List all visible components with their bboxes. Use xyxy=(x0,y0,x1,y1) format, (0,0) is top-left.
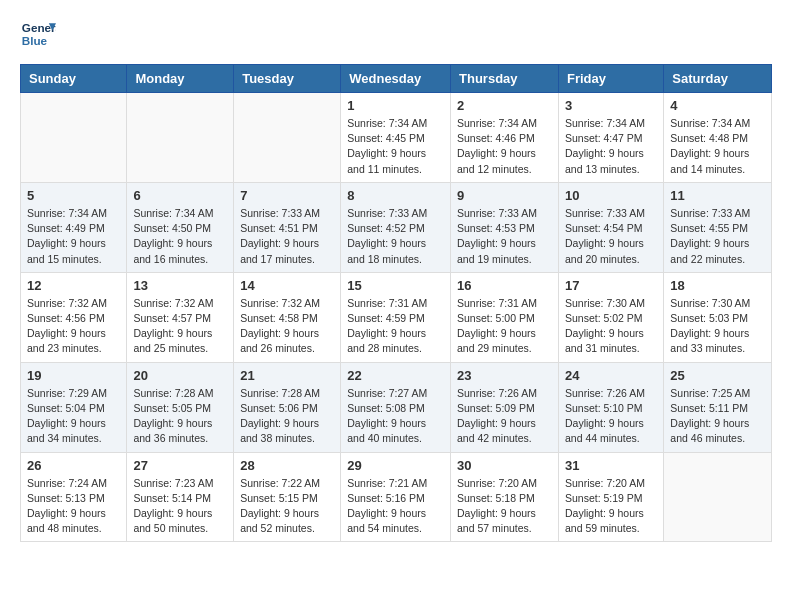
weekday-header-sunday: Sunday xyxy=(21,65,127,93)
calendar-cell: 19Sunrise: 7:29 AMSunset: 5:04 PMDayligh… xyxy=(21,362,127,452)
day-number: 12 xyxy=(27,278,120,293)
calendar-cell: 26Sunrise: 7:24 AMSunset: 5:13 PMDayligh… xyxy=(21,452,127,542)
day-number: 31 xyxy=(565,458,657,473)
calendar-cell: 13Sunrise: 7:32 AMSunset: 4:57 PMDayligh… xyxy=(127,272,234,362)
week-row-2: 5Sunrise: 7:34 AMSunset: 4:49 PMDaylight… xyxy=(21,182,772,272)
logo-icon: General Blue xyxy=(20,16,56,52)
day-info: Sunrise: 7:30 AMSunset: 5:03 PMDaylight:… xyxy=(670,296,765,357)
day-number: 5 xyxy=(27,188,120,203)
day-info: Sunrise: 7:25 AMSunset: 5:11 PMDaylight:… xyxy=(670,386,765,447)
day-number: 25 xyxy=(670,368,765,383)
calendar-cell: 11Sunrise: 7:33 AMSunset: 4:55 PMDayligh… xyxy=(664,182,772,272)
day-number: 1 xyxy=(347,98,444,113)
day-number: 30 xyxy=(457,458,552,473)
calendar-cell: 18Sunrise: 7:30 AMSunset: 5:03 PMDayligh… xyxy=(664,272,772,362)
calendar-cell: 29Sunrise: 7:21 AMSunset: 5:16 PMDayligh… xyxy=(341,452,451,542)
svg-text:Blue: Blue xyxy=(22,34,48,47)
weekday-header-tuesday: Tuesday xyxy=(234,65,341,93)
day-info: Sunrise: 7:29 AMSunset: 5:04 PMDaylight:… xyxy=(27,386,120,447)
calendar-cell: 16Sunrise: 7:31 AMSunset: 5:00 PMDayligh… xyxy=(451,272,559,362)
day-info: Sunrise: 7:34 AMSunset: 4:46 PMDaylight:… xyxy=(457,116,552,177)
calendar-cell: 1Sunrise: 7:34 AMSunset: 4:45 PMDaylight… xyxy=(341,93,451,183)
weekday-header-saturday: Saturday xyxy=(664,65,772,93)
day-number: 19 xyxy=(27,368,120,383)
calendar-cell: 30Sunrise: 7:20 AMSunset: 5:18 PMDayligh… xyxy=(451,452,559,542)
calendar-cell xyxy=(127,93,234,183)
day-number: 29 xyxy=(347,458,444,473)
calendar-cell: 28Sunrise: 7:22 AMSunset: 5:15 PMDayligh… xyxy=(234,452,341,542)
calendar-cell: 12Sunrise: 7:32 AMSunset: 4:56 PMDayligh… xyxy=(21,272,127,362)
weekday-header-thursday: Thursday xyxy=(451,65,559,93)
weekday-header-monday: Monday xyxy=(127,65,234,93)
day-number: 23 xyxy=(457,368,552,383)
calendar-cell: 20Sunrise: 7:28 AMSunset: 5:05 PMDayligh… xyxy=(127,362,234,452)
day-number: 28 xyxy=(240,458,334,473)
header: General Blue xyxy=(20,16,772,52)
calendar-cell: 2Sunrise: 7:34 AMSunset: 4:46 PMDaylight… xyxy=(451,93,559,183)
day-info: Sunrise: 7:31 AMSunset: 4:59 PMDaylight:… xyxy=(347,296,444,357)
day-number: 6 xyxy=(133,188,227,203)
calendar-cell: 25Sunrise: 7:25 AMSunset: 5:11 PMDayligh… xyxy=(664,362,772,452)
week-row-1: 1Sunrise: 7:34 AMSunset: 4:45 PMDaylight… xyxy=(21,93,772,183)
day-number: 21 xyxy=(240,368,334,383)
day-info: Sunrise: 7:34 AMSunset: 4:45 PMDaylight:… xyxy=(347,116,444,177)
calendar-cell: 3Sunrise: 7:34 AMSunset: 4:47 PMDaylight… xyxy=(558,93,663,183)
day-info: Sunrise: 7:28 AMSunset: 5:06 PMDaylight:… xyxy=(240,386,334,447)
day-number: 26 xyxy=(27,458,120,473)
day-info: Sunrise: 7:24 AMSunset: 5:13 PMDaylight:… xyxy=(27,476,120,537)
day-info: Sunrise: 7:27 AMSunset: 5:08 PMDaylight:… xyxy=(347,386,444,447)
calendar-cell xyxy=(664,452,772,542)
day-number: 11 xyxy=(670,188,765,203)
calendar-cell: 24Sunrise: 7:26 AMSunset: 5:10 PMDayligh… xyxy=(558,362,663,452)
day-info: Sunrise: 7:33 AMSunset: 4:53 PMDaylight:… xyxy=(457,206,552,267)
day-number: 2 xyxy=(457,98,552,113)
day-number: 15 xyxy=(347,278,444,293)
calendar-cell: 6Sunrise: 7:34 AMSunset: 4:50 PMDaylight… xyxy=(127,182,234,272)
day-info: Sunrise: 7:34 AMSunset: 4:48 PMDaylight:… xyxy=(670,116,765,177)
day-number: 14 xyxy=(240,278,334,293)
calendar-cell: 15Sunrise: 7:31 AMSunset: 4:59 PMDayligh… xyxy=(341,272,451,362)
day-info: Sunrise: 7:20 AMSunset: 5:18 PMDaylight:… xyxy=(457,476,552,537)
day-number: 22 xyxy=(347,368,444,383)
calendar-cell: 7Sunrise: 7:33 AMSunset: 4:51 PMDaylight… xyxy=(234,182,341,272)
day-info: Sunrise: 7:26 AMSunset: 5:10 PMDaylight:… xyxy=(565,386,657,447)
day-info: Sunrise: 7:30 AMSunset: 5:02 PMDaylight:… xyxy=(565,296,657,357)
week-row-5: 26Sunrise: 7:24 AMSunset: 5:13 PMDayligh… xyxy=(21,452,772,542)
calendar-cell: 9Sunrise: 7:33 AMSunset: 4:53 PMDaylight… xyxy=(451,182,559,272)
weekday-header-friday: Friday xyxy=(558,65,663,93)
calendar-cell xyxy=(234,93,341,183)
day-number: 20 xyxy=(133,368,227,383)
day-info: Sunrise: 7:28 AMSunset: 5:05 PMDaylight:… xyxy=(133,386,227,447)
day-info: Sunrise: 7:32 AMSunset: 4:58 PMDaylight:… xyxy=(240,296,334,357)
day-number: 4 xyxy=(670,98,765,113)
day-info: Sunrise: 7:26 AMSunset: 5:09 PMDaylight:… xyxy=(457,386,552,447)
day-info: Sunrise: 7:22 AMSunset: 5:15 PMDaylight:… xyxy=(240,476,334,537)
day-number: 16 xyxy=(457,278,552,293)
weekday-header-row: SundayMondayTuesdayWednesdayThursdayFrid… xyxy=(21,65,772,93)
day-info: Sunrise: 7:33 AMSunset: 4:51 PMDaylight:… xyxy=(240,206,334,267)
day-info: Sunrise: 7:21 AMSunset: 5:16 PMDaylight:… xyxy=(347,476,444,537)
day-info: Sunrise: 7:34 AMSunset: 4:49 PMDaylight:… xyxy=(27,206,120,267)
day-info: Sunrise: 7:33 AMSunset: 4:54 PMDaylight:… xyxy=(565,206,657,267)
calendar-cell: 27Sunrise: 7:23 AMSunset: 5:14 PMDayligh… xyxy=(127,452,234,542)
week-row-3: 12Sunrise: 7:32 AMSunset: 4:56 PMDayligh… xyxy=(21,272,772,362)
calendar-cell: 14Sunrise: 7:32 AMSunset: 4:58 PMDayligh… xyxy=(234,272,341,362)
day-info: Sunrise: 7:33 AMSunset: 4:52 PMDaylight:… xyxy=(347,206,444,267)
calendar: SundayMondayTuesdayWednesdayThursdayFrid… xyxy=(20,64,772,542)
calendar-cell: 17Sunrise: 7:30 AMSunset: 5:02 PMDayligh… xyxy=(558,272,663,362)
day-number: 17 xyxy=(565,278,657,293)
svg-text:General: General xyxy=(22,21,56,34)
calendar-cell: 5Sunrise: 7:34 AMSunset: 4:49 PMDaylight… xyxy=(21,182,127,272)
day-info: Sunrise: 7:31 AMSunset: 5:00 PMDaylight:… xyxy=(457,296,552,357)
week-row-4: 19Sunrise: 7:29 AMSunset: 5:04 PMDayligh… xyxy=(21,362,772,452)
calendar-cell: 4Sunrise: 7:34 AMSunset: 4:48 PMDaylight… xyxy=(664,93,772,183)
day-number: 10 xyxy=(565,188,657,203)
day-info: Sunrise: 7:32 AMSunset: 4:56 PMDaylight:… xyxy=(27,296,120,357)
day-number: 18 xyxy=(670,278,765,293)
day-info: Sunrise: 7:33 AMSunset: 4:55 PMDaylight:… xyxy=(670,206,765,267)
day-info: Sunrise: 7:32 AMSunset: 4:57 PMDaylight:… xyxy=(133,296,227,357)
calendar-cell xyxy=(21,93,127,183)
calendar-cell: 22Sunrise: 7:27 AMSunset: 5:08 PMDayligh… xyxy=(341,362,451,452)
calendar-cell: 23Sunrise: 7:26 AMSunset: 5:09 PMDayligh… xyxy=(451,362,559,452)
day-number: 9 xyxy=(457,188,552,203)
